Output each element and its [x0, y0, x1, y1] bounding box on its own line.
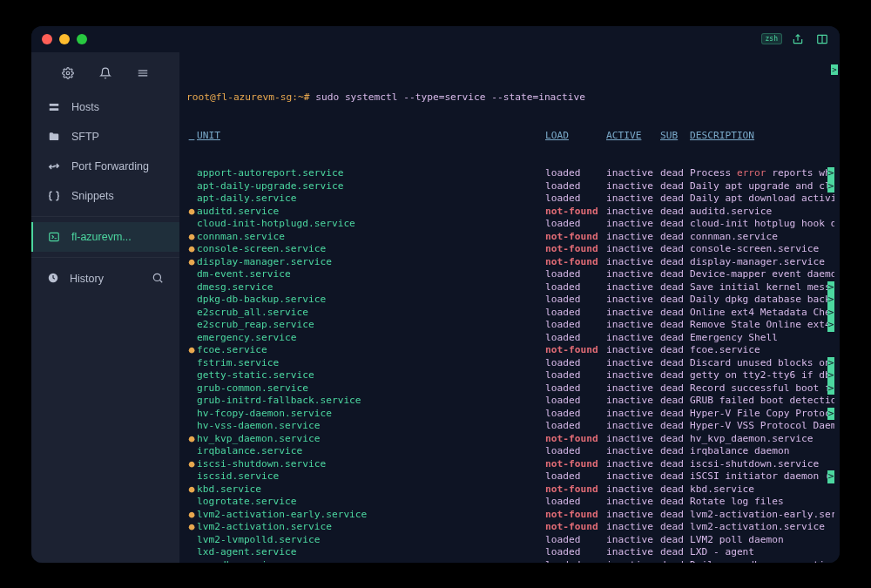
load-state: loaded: [545, 420, 606, 433]
load-state: loaded: [545, 445, 606, 458]
unit-name: kbd.service: [197, 483, 545, 497]
active-state: inactive: [606, 433, 660, 446]
overflow-indicator: >: [827, 180, 834, 193]
svg-line-11: [159, 280, 162, 282]
status-bullet: [186, 268, 197, 281]
active-state: inactive: [606, 496, 660, 509]
sidebar-item-history[interactable]: History: [31, 263, 179, 295]
sidebar-item-portfwd[interactable]: Port Forwarding: [31, 152, 179, 181]
sub-state: dead: [660, 344, 690, 357]
table-row: ●lvm2-activation-early.servicenot-foundi…: [186, 509, 834, 522]
load-state: not-found: [545, 206, 606, 219]
active-state: inactive: [606, 458, 660, 471]
terminal-icon: [47, 231, 61, 243]
load-state: loaded: [545, 395, 606, 408]
description: lvm2-activation-early.service: [690, 509, 834, 522]
svg-rect-7: [50, 108, 59, 111]
sub-state: dead: [660, 408, 690, 421]
active-state: inactive: [606, 167, 660, 180]
unit-name: lvm2-lvmpolld.service: [197, 534, 545, 547]
status-bullet: [186, 496, 197, 509]
table-header: UNITLOADACTIVESUBDESCRIPTION: [186, 130, 834, 143]
unit-name: dm-event.service: [197, 268, 545, 281]
sidebar-item-snippets[interactable]: Snippets: [31, 181, 179, 211]
description: Online ext4 Metadata Check fo: [690, 307, 827, 320]
active-state: inactive: [606, 268, 660, 281]
unit-name: fstrim.service: [197, 357, 545, 370]
svg-rect-6: [50, 103, 59, 105]
status-bullet: [186, 307, 197, 320]
sidebar-item-hosts[interactable]: Hosts: [31, 92, 179, 122]
description: Rotate log files: [690, 496, 834, 509]
sub-state: dead: [660, 382, 690, 395]
active-state: inactive: [606, 420, 660, 433]
description: iSCSI initiator daemon (iscsi: [690, 470, 827, 483]
sub-state: dead: [660, 496, 690, 509]
description: Remove Stale Online ext4 Meta: [690, 319, 827, 332]
sub-state: dead: [660, 218, 690, 231]
traffic-lights: [42, 34, 87, 44]
table-row: grub-common.serviceloadedinactivedeadRec…: [186, 382, 834, 395]
sidebar-item-session[interactable]: fl-azurevm...: [31, 222, 179, 252]
active-state: inactive: [606, 382, 660, 395]
titlebar: zsh: [31, 26, 840, 52]
unit-name: grub-initrd-fallback.service: [197, 395, 545, 408]
sub-state: dead: [660, 458, 690, 471]
active-state: inactive: [606, 534, 660, 547]
status-bullet: [186, 167, 197, 180]
notifications-icon[interactable]: [98, 66, 112, 80]
overflow-indicator: >: [827, 470, 834, 483]
status-bullet: ●: [186, 206, 197, 219]
sub-state: dead: [660, 369, 690, 382]
sub-state: dead: [660, 433, 690, 446]
table-row: irqbalance.serviceloadedinactivedeadirqb…: [186, 445, 834, 458]
load-state: loaded: [545, 357, 606, 370]
load-state: loaded: [545, 534, 606, 547]
shell-badge[interactable]: zsh: [761, 33, 782, 44]
table-row: ●console-screen.servicenot-foundinactive…: [186, 243, 834, 256]
terminal-pane[interactable]: > root@fl-azurevm-sg:~# sudo systemctl -…: [179, 52, 840, 563]
table-row: ●lvm2-activation.servicenot-foundinactiv…: [186, 521, 834, 534]
status-bullet: [186, 395, 197, 408]
unit-name: connman.service: [197, 231, 545, 244]
description: kbd.service: [690, 483, 834, 497]
sub-state: dead: [660, 395, 690, 408]
sidebar: Hosts SFTP Port Forwarding Snippets: [31, 52, 179, 563]
unit-name: display-manager.service: [197, 256, 545, 269]
table-row: ●display-manager.servicenot-foundinactiv…: [186, 256, 834, 269]
table-row: lxd-agent.serviceloadedinactivedeadLXD -…: [186, 546, 834, 559]
load-state: loaded: [545, 268, 606, 281]
minimize-window-button[interactable]: [59, 34, 70, 44]
search-icon[interactable]: [152, 272, 164, 287]
unit-name: hv-fcopy-daemon.service: [197, 408, 545, 421]
overflow-indicator: >: [827, 307, 834, 320]
description: GRUB failed boot detection: [690, 395, 834, 408]
load-state: loaded: [545, 369, 606, 382]
sub-state: dead: [660, 357, 690, 370]
description: Daily apt download activities: [690, 193, 834, 206]
sidebar-item-sftp[interactable]: SFTP: [31, 122, 179, 152]
sub-state: dead: [660, 231, 690, 244]
maximize-window-button[interactable]: [77, 34, 87, 44]
split-pane-icon[interactable]: [814, 31, 831, 47]
description: fcoe.service: [690, 344, 834, 357]
sub-state: dead: [660, 534, 690, 547]
sidebar-item-label: SFTP: [71, 131, 99, 143]
menu-icon[interactable]: [136, 66, 150, 80]
active-state: inactive: [606, 206, 660, 219]
close-window-button[interactable]: [42, 34, 52, 44]
sub-state: dead: [660, 319, 690, 332]
load-state: loaded: [545, 470, 606, 483]
load-state: loaded: [545, 167, 606, 180]
table-row: dmesg.serviceloadedinactivedeadSave init…: [186, 281, 834, 294]
overflow-indicator: >: [827, 369, 834, 382]
description: Daily apt upgrade and clean a: [690, 180, 827, 193]
status-bullet: ●: [186, 256, 197, 269]
active-state: inactive: [606, 218, 660, 231]
share-icon[interactable]: [789, 31, 807, 47]
sub-state: dead: [660, 281, 690, 294]
status-bullet: [186, 319, 197, 332]
load-state: loaded: [545, 496, 606, 509]
settings-icon[interactable]: [61, 66, 75, 80]
status-bullet: [186, 332, 197, 345]
